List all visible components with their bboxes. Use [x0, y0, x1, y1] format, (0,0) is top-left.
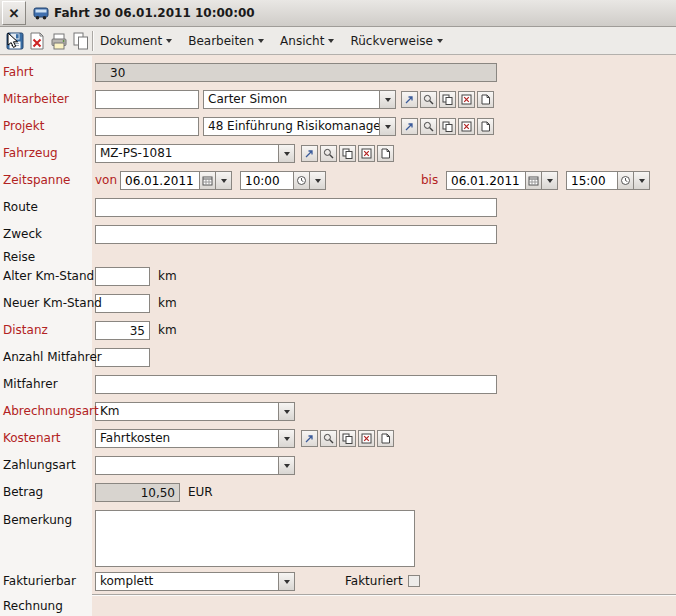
abrechnungsart-combobox[interactable]: Km [95, 402, 295, 421]
bis-date-input[interactable] [446, 171, 526, 190]
von-date-dropdown-button[interactable] [216, 171, 232, 190]
clear-x-icon [461, 94, 472, 105]
clear-button[interactable] [358, 430, 375, 447]
bis-time-picker-button[interactable] [618, 171, 634, 190]
von-time-dropdown-button[interactable] [310, 171, 326, 190]
fakturierbar-combobox[interactable]: komplett [95, 572, 295, 591]
fahrzeug-value: MZ-PS-1081 [96, 145, 278, 162]
bemerkung-textarea[interactable] [95, 510, 415, 567]
search-button[interactable] [420, 91, 437, 108]
zweck-input[interactable] [95, 225, 497, 244]
alter-km-label: Alter Km-Stand [3, 269, 94, 283]
bis-date-dropdown-button[interactable] [542, 171, 558, 190]
abrechnungsart-label: Abrechnungsart [3, 404, 99, 418]
betrag-label: Betrag [3, 485, 43, 499]
menu-ansicht[interactable]: Ansicht [280, 34, 334, 48]
zahlungsart-dropdown-button[interactable] [278, 457, 294, 474]
reise-section-label: Reise [3, 250, 35, 264]
new-record-button[interactable] [377, 145, 394, 162]
duplicate-button[interactable] [439, 118, 456, 135]
menu-bearbeiten[interactable]: Bearbeiten [188, 34, 264, 48]
fakturierbar-dropdown-button[interactable] [278, 573, 294, 590]
von-time-picker-button[interactable] [294, 171, 310, 190]
duplicate-button[interactable] [339, 430, 356, 447]
kostenart-value: Fahrtkosten [96, 430, 278, 447]
kostenart-record-actions [301, 430, 394, 447]
projekt-dropdown-button[interactable] [379, 118, 395, 135]
search-button[interactable] [420, 118, 437, 135]
toolbar: Dokument Bearbeiten Ansicht Rückverweise [0, 27, 676, 55]
new-record-button[interactable] [477, 91, 494, 108]
window-title: Fahrt 30 06.01.2011 10:00:00 [54, 0, 255, 27]
clear-button[interactable] [458, 91, 475, 108]
new-record-button[interactable] [377, 430, 394, 447]
open-record-button[interactable] [301, 430, 318, 447]
kostenart-dropdown-button[interactable] [278, 430, 294, 447]
menu-dokument[interactable]: Dokument [100, 34, 172, 48]
copy-pages-icon [342, 148, 353, 159]
abrechnungsart-dropdown-button[interactable] [278, 403, 294, 420]
save-button[interactable] [4, 30, 26, 52]
clock-icon [620, 175, 631, 186]
projekt-value: 48 Einführung Risikomanageme [204, 118, 379, 135]
close-window-button[interactable]: ✕ [2, 1, 26, 25]
mitarbeiter-search-input[interactable] [95, 90, 199, 109]
von-date-input[interactable] [120, 171, 200, 190]
chevron-down-icon [284, 437, 290, 441]
open-record-button[interactable] [301, 145, 318, 162]
kostenart-combobox[interactable]: Fahrtkosten [95, 429, 295, 448]
neuer-km-unit: km [158, 296, 177, 310]
neuer-km-input[interactable] [95, 294, 150, 313]
print-button[interactable] [48, 30, 70, 52]
magnifier-icon [423, 121, 434, 132]
alter-km-input[interactable] [95, 267, 150, 286]
delete-button[interactable] [26, 30, 48, 52]
fakturiert-checkbox[interactable] [408, 575, 420, 587]
duplicate-button[interactable] [439, 91, 456, 108]
bis-date-group [446, 171, 558, 190]
projekt-search-input[interactable] [95, 117, 199, 136]
fahrzeug-record-actions [301, 145, 394, 162]
clear-button[interactable] [358, 145, 375, 162]
route-label: Route [3, 200, 38, 214]
route-input[interactable] [95, 198, 497, 217]
menu-rueckverweise[interactable]: Rückverweise [350, 34, 443, 48]
mitarbeiter-combobox[interactable]: Carter Simon [203, 90, 396, 109]
mitarbeiter-dropdown-button[interactable] [379, 91, 395, 108]
fahrzeug-combobox[interactable]: MZ-PS-1081 [95, 144, 295, 163]
chevron-down-icon [284, 410, 290, 414]
search-button[interactable] [320, 145, 337, 162]
new-document-icon [380, 148, 391, 159]
zweck-label: Zweck [3, 227, 42, 241]
new-record-button[interactable] [477, 118, 494, 135]
magnifier-icon [323, 148, 334, 159]
von-time-input[interactable] [240, 171, 294, 190]
zahlungsart-combobox[interactable] [95, 456, 295, 475]
duplicate-button[interactable] [339, 145, 356, 162]
projekt-record-actions [401, 118, 494, 135]
jump-arrow-icon [404, 121, 415, 132]
bis-time-dropdown-button[interactable] [634, 171, 650, 190]
distanz-label: Distanz [3, 323, 48, 337]
fahrt-label: Fahrt [3, 65, 33, 79]
chevron-down-icon [639, 179, 645, 183]
bis-time-input[interactable] [566, 171, 618, 190]
fahrzeug-dropdown-button[interactable] [278, 145, 294, 162]
jump-arrow-icon [304, 148, 315, 159]
anzahl-mitfahrer-input[interactable] [95, 348, 150, 367]
magnifier-icon [423, 94, 434, 105]
distanz-input[interactable] [95, 321, 150, 340]
bis-date-picker-button[interactable] [526, 171, 542, 190]
clear-button[interactable] [458, 118, 475, 135]
search-button[interactable] [320, 430, 337, 447]
section-divider [92, 594, 676, 596]
von-date-group [120, 171, 232, 190]
von-date-picker-button[interactable] [200, 171, 216, 190]
open-record-button[interactable] [401, 91, 418, 108]
open-record-button[interactable] [401, 118, 418, 135]
projekt-combobox[interactable]: 48 Einführung Risikomanageme [203, 117, 396, 136]
toolbar-separator [92, 31, 94, 51]
mitfahrer-input[interactable] [95, 375, 497, 394]
copy-button[interactable] [70, 30, 92, 52]
chevron-down-icon [385, 98, 391, 102]
